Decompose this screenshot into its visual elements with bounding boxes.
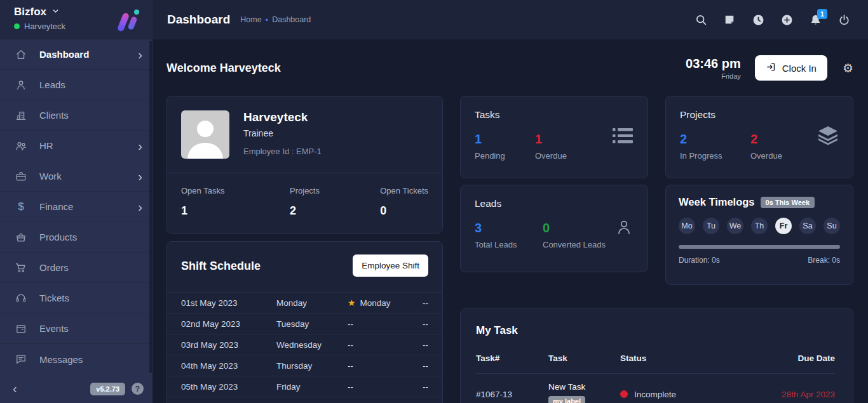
day-we[interactable]: We: [727, 218, 743, 234]
task-label-badge: my label: [548, 396, 585, 403]
day-sa[interactable]: Sa: [799, 218, 816, 234]
projects-card: Projects 2 In Progress 2 Overdue: [665, 96, 853, 178]
notes-icon[interactable]: [723, 13, 736, 26]
login-icon: [766, 62, 776, 74]
my-task-title: My Task: [476, 324, 835, 337]
projects-inprogress-stat: 2 In Progress: [680, 132, 750, 161]
gear-icon[interactable]: ⚙: [843, 61, 853, 75]
table-row[interactable]: #1067-13 New Task my label Incomplete 28…: [476, 373, 835, 403]
break-label: Break: 0s: [808, 256, 840, 265]
task-number: #1067-13: [476, 390, 548, 399]
time-value: 03:46 pm: [686, 56, 741, 71]
sidebar-item-label: Messages: [39, 354, 83, 365]
sidebar-item-leads[interactable]: Leads: [0, 70, 153, 100]
day-th[interactable]: Th: [751, 218, 768, 234]
basket-icon: [14, 230, 28, 244]
clock-in-label: Clock In: [782, 63, 817, 74]
breadcrumb-separator: •: [266, 15, 269, 25]
due-date: 28th Apr 2023: [759, 390, 835, 399]
brand-name: Bizfox: [14, 6, 46, 18]
sidebar-item-tickets[interactable]: Tickets: [0, 283, 153, 314]
bizfox-logo: [116, 7, 142, 36]
projects-overdue-stat: 2 Overdue: [750, 132, 811, 161]
sidebar-item-label: Dashboard: [39, 49, 89, 60]
tasks-title: Tasks: [475, 109, 634, 121]
shift-row: 02nd May 2023Tuesday ----: [167, 313, 442, 334]
shift-row: 06th May 2023Saturday ----: [167, 397, 442, 403]
shift-row: 03rd May 2023Wednesday ----: [167, 334, 442, 355]
notification-badge: 1: [817, 9, 827, 19]
user-status: Harveyteck: [14, 22, 65, 31]
sidebar-item-clients[interactable]: Clients: [0, 100, 153, 131]
sidebar: Bizfox Harveyteck Dashboard: [0, 0, 153, 403]
breadcrumb-home[interactable]: Home: [240, 15, 261, 24]
sidebar-item-work[interactable]: Work ›: [0, 161, 153, 192]
cart-icon: [14, 261, 28, 275]
sidebar-item-label: HR: [39, 140, 53, 151]
version-badge: v5.2.73: [90, 383, 125, 395]
my-task-card: My Task Task# Task Status Due Date #1067…: [460, 308, 853, 403]
chevron-right-icon: ›: [138, 140, 142, 152]
sidebar-item-label: Products: [39, 232, 77, 242]
briefcase-icon: [14, 169, 28, 183]
collapse-sidebar-button[interactable]: ‹: [13, 381, 17, 396]
brand-menu[interactable]: Bizfox: [14, 6, 65, 18]
sidebar-item-label: Tickets: [39, 293, 69, 303]
day-fr[interactable]: Fr: [775, 218, 792, 234]
welcome-title: Welcome Harveyteck: [166, 62, 281, 75]
profile-employee-id: Employee Id : EMP-1: [243, 147, 322, 156]
day-su[interactable]: Su: [824, 218, 840, 234]
employee-shift-button[interactable]: Employee Shift: [353, 254, 428, 277]
sidebar-item-messages[interactable]: Messages: [0, 344, 153, 374]
leads-card: Leads 3 Total Leads 0 Converted Leads: [460, 185, 648, 272]
tasks-overdue-stat: 1 Overdue: [535, 132, 595, 161]
day-mo[interactable]: Mo: [679, 218, 695, 234]
day-tu[interactable]: Tu: [703, 218, 719, 234]
dollar-icon: $: [14, 200, 28, 214]
sidebar-header: Bizfox Harveyteck: [0, 0, 153, 39]
weekday-selector: Mo Tu We Th Fr Sa Su: [679, 218, 840, 234]
week-timelogs-title: Week Timelogs: [679, 196, 755, 208]
chevron-down-icon: [51, 6, 60, 18]
topbar: Dashboard Home • Dashboard: [153, 0, 868, 39]
status-dot-icon: [620, 390, 628, 398]
sidebar-item-label: Orders: [39, 262, 69, 273]
sidebar-item-orders[interactable]: Orders: [0, 253, 153, 283]
sidebar-item-hr[interactable]: HR ›: [0, 131, 153, 161]
my-task-header-row: Task# Task Status Due Date: [476, 353, 835, 373]
message-icon: [14, 352, 28, 366]
clock-in-button[interactable]: Clock In: [755, 55, 827, 81]
welcome-row: Welcome Harveyteck 03:46 pm Friday Clock…: [166, 55, 853, 81]
sidebar-item-label: Clients: [39, 110, 69, 121]
task-list-icon: [612, 126, 634, 148]
tasks-card: Tasks 1 Pending 1 Overdue: [460, 96, 648, 178]
sidebar-item-events[interactable]: Events: [0, 314, 153, 344]
sidebar-item-products[interactable]: Products: [0, 222, 153, 253]
online-status-icon: [14, 23, 20, 29]
week-total-badge: 0s This Week: [761, 197, 815, 208]
sidebar-item-label: Finance: [39, 201, 73, 212]
layers-icon: [817, 126, 839, 149]
sidebar-scrollbar[interactable]: [149, 41, 152, 373]
person-outline-icon: [614, 218, 634, 239]
sidebar-item-finance[interactable]: $ Finance ›: [0, 192, 153, 222]
task-cell: New Task my label: [548, 382, 620, 403]
building-icon: [14, 109, 28, 122]
search-icon[interactable]: [695, 13, 707, 26]
main-area: Dashboard Home • Dashboard: [153, 0, 868, 403]
current-time: 03:46 pm Friday: [686, 56, 741, 80]
status-cell: Incomplete: [620, 390, 759, 399]
profile-card: Harveyteck Trainee Employee Id : EMP-1 O…: [166, 96, 443, 234]
clock-icon[interactable]: [752, 13, 764, 26]
shift-schedule-title: Shift Schedule: [181, 260, 261, 273]
sidebar-item-dashboard[interactable]: Dashboard ›: [0, 39, 153, 70]
profile-name: Harveyteck: [243, 110, 322, 124]
leads-converted-stat: 0 Converted Leads: [543, 221, 606, 249]
timelog-progress-bar: [679, 245, 840, 249]
plus-icon[interactable]: [780, 13, 793, 26]
power-icon[interactable]: [837, 13, 850, 26]
help-icon[interactable]: ?: [132, 383, 144, 395]
bell-icon[interactable]: 1: [809, 13, 822, 26]
chevron-right-icon: ›: [138, 170, 142, 183]
leads-title: Leads: [475, 198, 634, 209]
